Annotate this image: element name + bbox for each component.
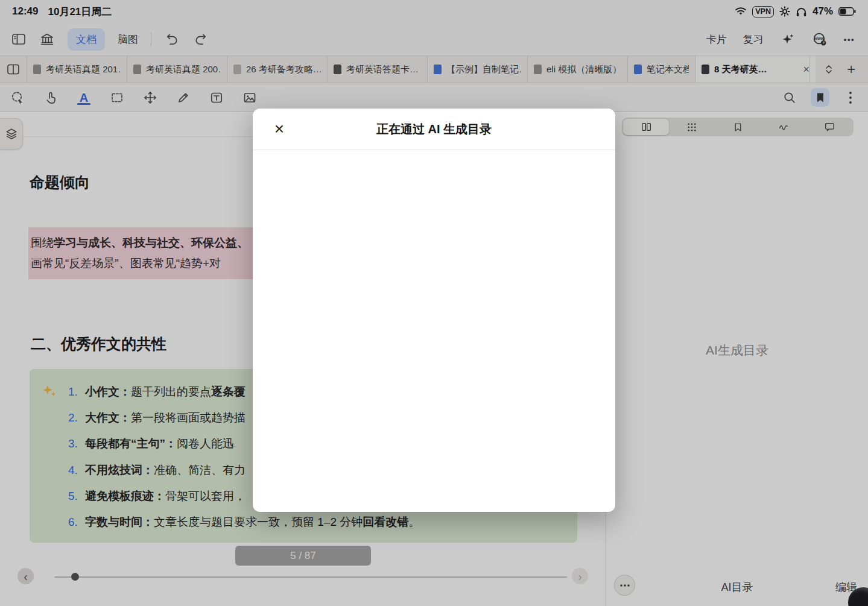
modal-body [253,150,615,512]
ai-toc-modal: × 正在通过 AI 生成目录 [253,109,615,512]
modal-header: × 正在通过 AI 生成目录 [253,109,615,150]
modal-title: 正在通过 AI 生成目录 [253,109,615,150]
